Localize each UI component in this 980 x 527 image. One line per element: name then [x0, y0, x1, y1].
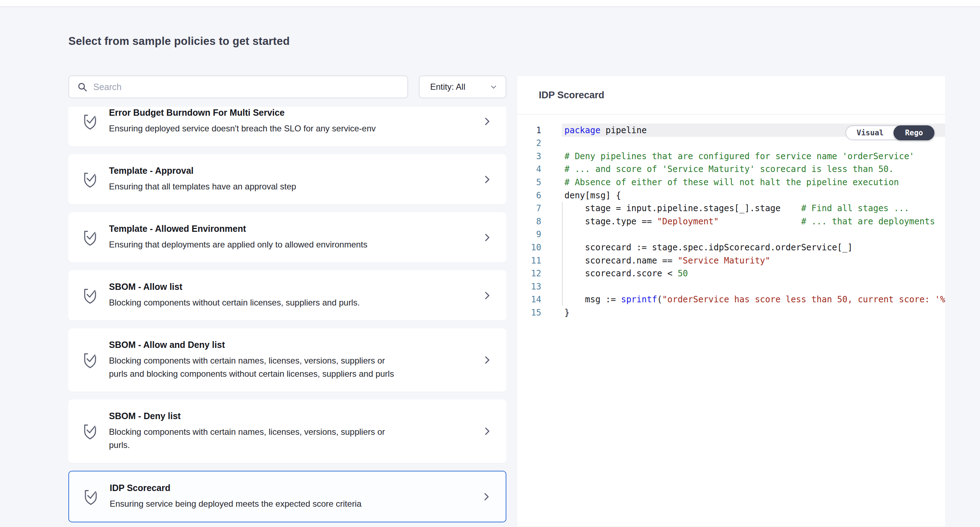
code-row: 2: [517, 137, 945, 150]
entity-filter-dropdown[interactable]: Entity: All: [419, 75, 506, 98]
code-line: msg := sprintf("orderService has score l…: [565, 295, 945, 304]
line-number: 8: [517, 217, 541, 226]
code-line: scorecard.name == "Service Maturity": [565, 256, 945, 266]
chevron-right-icon: [482, 492, 492, 502]
policy-text: IDP ScorecardEnsuring service being depl…: [110, 483, 474, 510]
code-row: 10 scorecard := stage.spec.idpScorecard.…: [517, 241, 945, 254]
detail-header: IDP Scorecard: [517, 76, 945, 115]
line-number: 11: [517, 256, 541, 266]
policy-text: SBOM - Deny listBlocking components with…: [109, 411, 475, 452]
policy-description: Ensuring that deployments are applied on…: [109, 238, 475, 251]
policy-card[interactable]: SBOM - Allow listBlocking components wit…: [68, 270, 506, 320]
line-number: 6: [517, 191, 541, 201]
line-number: 12: [517, 269, 541, 279]
policy-text: SBOM - Allow listBlocking components wit…: [109, 282, 475, 309]
policy-description: Ensuring that all templates have an appr…: [109, 180, 475, 193]
chevron-right-icon: [482, 116, 492, 126]
code-row: 7 stage = input.pipeline.stages[_].stage…: [517, 202, 945, 215]
code-line: # Deny pipelines that are configured for…: [565, 151, 945, 161]
code-row: 4# ... and score of 'Service Maturity' s…: [517, 163, 945, 176]
code-line: scorecard := stage.spec.idpScorecard.ord…: [565, 242, 945, 252]
code-row: 3# Deny pipelines that are configured fo…: [517, 150, 945, 163]
policy-title: Template - Approval: [109, 166, 475, 176]
line-number: 7: [517, 203, 541, 213]
policy-description: Ensuring deployed service doesn't breach…: [109, 122, 475, 135]
policy-description: Ensuring service being deployed meets th…: [110, 497, 474, 510]
policy-title: SBOM - Allow list: [109, 282, 475, 292]
policy-shield-check-icon: [81, 170, 99, 188]
line-number: 1: [517, 125, 541, 135]
policy-shield-check-icon: [81, 287, 99, 304]
line-number: 5: [517, 177, 541, 187]
code-row: 1package pipeline: [517, 124, 945, 137]
code-row: 11 scorecard.name == "Service Maturity": [517, 254, 945, 267]
policy-description: Blocking components with certain names, …: [109, 425, 475, 438]
policy-title: Error Budget Burndown For Multi Service: [109, 108, 475, 118]
chevron-right-icon: [482, 426, 492, 436]
policy-text: Error Budget Burndown For Multi ServiceE…: [109, 108, 475, 135]
policy-card[interactable]: Error Budget Burndown For Multi ServiceE…: [68, 107, 506, 146]
policy-shield-check-icon: [81, 113, 99, 131]
code-row: 9: [517, 228, 945, 241]
policy-description: Blocking components without certain lice…: [109, 296, 475, 309]
line-number: 13: [517, 282, 541, 291]
policy-card[interactable]: IDP ScorecardEnsuring service being depl…: [68, 471, 506, 522]
code-row: 8 stage.type == "Deployment" # ... that …: [517, 215, 945, 228]
code-line: # ... and score of 'Service Maturity' sc…: [565, 164, 945, 174]
code-row: 5# Absence of either of these will not h…: [517, 175, 945, 189]
code-line: deny[msg] {: [565, 191, 945, 201]
code-row: 15}: [517, 306, 945, 319]
page-title: Select from sample policies to get start…: [68, 35, 290, 48]
chevron-right-icon: [482, 175, 492, 185]
code-row: 13: [517, 280, 945, 293]
line-number: 9: [517, 229, 541, 239]
top-bar: [0, 0, 980, 7]
code-row: 12 scorecard.score < 50: [517, 267, 945, 280]
policy-shield-check-icon: [81, 422, 99, 440]
search-icon: [77, 81, 88, 92]
policy-list: Error Budget Burndown For Multi ServiceE…: [68, 107, 506, 527]
policy-description: purls.: [109, 438, 475, 452]
policy-title: IDP Scorecard: [110, 483, 474, 493]
chevron-right-icon: [482, 291, 492, 301]
policy-text: SBOM - Allow and Deny listBlocking compo…: [109, 340, 475, 380]
line-number: 4: [517, 164, 541, 174]
policy-card[interactable]: Template - Allowed EnvironmentEnsuring t…: [68, 212, 506, 263]
chevron-right-icon: [482, 355, 492, 365]
policy-text: Template - Allowed EnvironmentEnsuring t…: [109, 224, 475, 251]
policy-shield-check-icon: [81, 351, 99, 369]
search-box[interactable]: [68, 75, 408, 98]
code-line: stage = input.pipeline.stages[_].stage #…: [565, 203, 945, 213]
policy-card[interactable]: SBOM - Allow and Deny listBlocking compo…: [68, 328, 506, 392]
line-number: 2: [517, 138, 541, 148]
code-row: 6deny[msg] {: [517, 189, 945, 202]
policy-card[interactable]: Template - ApprovalEnsuring that all tem…: [68, 154, 506, 204]
code-line: # Absence of either of these will not ha…: [565, 177, 945, 187]
code-line: stage.type == "Deployment" # ... that ar…: [565, 217, 945, 226]
line-number: 15: [517, 308, 541, 318]
code-editor[interactable]: Visual Rego 1package pipeline23# Deny pi…: [517, 115, 945, 526]
detail-panel: IDP Scorecard Visual Rego 1package pipel…: [517, 76, 945, 526]
policy-title: SBOM - Allow and Deny list: [109, 340, 475, 350]
code-row: 14 msg := sprintf("orderService has scor…: [517, 293, 945, 306]
line-number: 10: [517, 242, 541, 252]
policy-shield-check-icon: [81, 229, 99, 247]
code-line: }: [565, 308, 945, 318]
policy-description: purls and blocking components without ce…: [109, 367, 475, 380]
policy-card[interactable]: SBOM - Deny listBlocking components with…: [68, 400, 506, 463]
code-line: package pipeline: [565, 125, 945, 135]
policy-title: Template - Allowed Environment: [109, 224, 475, 234]
policy-description: Blocking components with certain names, …: [109, 354, 475, 367]
detail-title: IDP Scorecard: [539, 90, 604, 101]
line-number: 3: [517, 151, 541, 161]
policy-text: Template - ApprovalEnsuring that all tem…: [109, 166, 475, 193]
line-number: 14: [517, 295, 541, 304]
chevron-right-icon: [482, 232, 492, 242]
chevron-down-icon: [489, 83, 498, 91]
code-line: scorecard.score < 50: [565, 269, 945, 279]
entity-filter-label: Entity: All: [430, 82, 465, 92]
policy-shield-check-icon: [82, 488, 100, 506]
policy-title: SBOM - Deny list: [109, 411, 475, 421]
search-input[interactable]: [93, 82, 407, 92]
